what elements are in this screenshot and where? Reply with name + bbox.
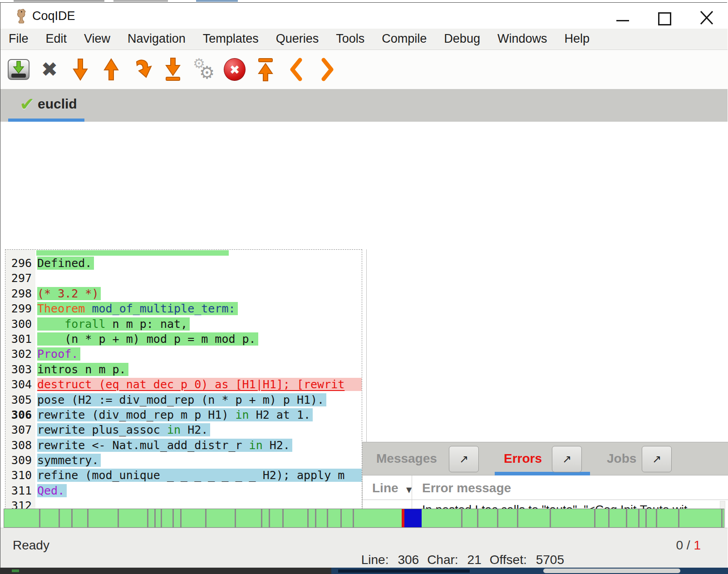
tab-messages[interactable]: Messages	[376, 451, 437, 466]
counter-prefix: 0 /	[676, 538, 690, 552]
menu-item-queries[interactable]: Queries	[276, 29, 319, 49]
window-title: CoqIDE	[32, 9, 75, 23]
line-number: 304	[5, 377, 35, 392]
menu-item-debug[interactable]: Debug	[444, 29, 480, 49]
segment-separator	[594, 509, 595, 527]
menu-item-compile[interactable]: Compile	[382, 29, 427, 49]
close-document-button x-icon[interactable]: ✖	[38, 55, 61, 84]
menu-item-navigation[interactable]: Navigation	[128, 29, 186, 49]
detach-jobs-button[interactable]: ↗	[642, 446, 672, 472]
next-button chevron-right-icon[interactable]	[315, 55, 339, 84]
menu-item-help[interactable]: Help	[564, 29, 590, 49]
code-line-304[interactable]: 304destruct (eq_nat_dec p 0) as [H1|H1];…	[5, 377, 362, 392]
char-value: 21	[467, 553, 482, 567]
code-line-300[interactable]: 300 forall n m p: nat,	[5, 317, 362, 332]
minimize-button[interactable]	[616, 20, 629, 21]
code-text: Proof.	[35, 346, 362, 361]
tab-jobs[interactable]: Jobs	[607, 451, 636, 466]
code-text: Defined.	[35, 256, 362, 271]
interrupt-button stop-icon[interactable]: ✖	[223, 55, 246, 84]
feedback-tabs-header: Messages↗Errors↗Jobs↗	[363, 442, 728, 475]
code-line-298[interactable]: 298(* 3.2 *)	[5, 286, 362, 301]
segment-separator	[477, 509, 478, 527]
code-text: symmetry.	[35, 453, 362, 468]
segment-separator	[656, 509, 657, 527]
previous-button chevron-left-icon[interactable]	[285, 55, 308, 84]
segment-separator	[645, 509, 647, 527]
line-number: 307	[5, 422, 35, 437]
line-number: 308	[5, 438, 35, 453]
segment-separator	[235, 509, 236, 527]
code-line-297[interactable]: 297	[5, 271, 362, 286]
toolbar: ✖ ⚙⚙ ✖	[0, 50, 728, 89]
code-line-302[interactable]: 302Proof.	[5, 346, 362, 361]
detach-arrow-icon: ↗	[459, 453, 468, 465]
segment-separator	[638, 509, 639, 527]
segment-separator	[59, 509, 60, 527]
segment-separator	[353, 509, 354, 527]
menu-item-file[interactable]: File	[9, 29, 29, 49]
code-text: destruct (eq_nat_dec p 0) as [H1|H1]; [r…	[35, 377, 362, 392]
preferences-button gears-icon[interactable]: ⚙⚙	[192, 55, 216, 84]
detach-arrow-icon: ↗	[562, 453, 571, 465]
line-value: 306	[398, 553, 419, 567]
close-button[interactable]	[698, 10, 715, 26]
line-label: Line:	[361, 553, 389, 567]
code-line-296[interactable]: 296Defined.	[5, 256, 362, 271]
code-line-303[interactable]: 303intros n m p.	[5, 362, 362, 377]
goals-panel	[367, 249, 728, 442]
menu-item-edit[interactable]: Edit	[46, 29, 67, 49]
menu-item-windows[interactable]: Windows	[497, 29, 547, 49]
code-line-308[interactable]: 308rewrite <- Nat.mul_add_distr_r in H2.	[5, 438, 362, 453]
maximize-button[interactable]	[658, 12, 671, 25]
background-text-fragment	[113, 0, 168, 2]
code-line-306[interactable]: 306rewrite (div_mod_rep m p H1) in H2 at…	[5, 407, 362, 422]
segment-separator	[721, 509, 723, 527]
line-number: 302	[5, 346, 35, 361]
run-to-end-button down-arrow-bar-icon[interactable]	[161, 55, 185, 84]
menu-item-view[interactable]: View	[84, 29, 110, 49]
segment-separator	[340, 509, 342, 527]
code-line-310[interactable]: 310refine (mod_unique _ _ _ _ _ _ _ H2);…	[5, 468, 362, 483]
segment-separator	[154, 509, 156, 527]
code-line-301[interactable]: 301 (n * p + m) mod p = m mod p.	[5, 332, 362, 346]
line-number: 299	[5, 301, 35, 316]
segment-separator	[71, 509, 73, 527]
segment-separator	[87, 509, 89, 527]
tab-errors[interactable]: Errors	[504, 451, 542, 466]
line-number: 300	[5, 317, 35, 332]
code-line-311[interactable]: 311Qed.	[5, 483, 362, 498]
offset-value: 5705	[536, 553, 564, 567]
segment-separator	[172, 509, 174, 527]
background-scrollbar-thumb	[543, 569, 680, 573]
restart-button up-arrow-bar-icon[interactable]	[254, 55, 277, 84]
code-line-309[interactable]: 309symmetry.	[5, 453, 362, 468]
code-line-307[interactable]: 307rewrite plus_assoc in H2.	[5, 422, 362, 437]
error-counter: 0 / 1	[676, 538, 701, 553]
code-text: rewrite (div_mod_rep m p H1) in H2 at 1.	[35, 407, 362, 422]
code-text: rewrite plus_assoc in H2.	[35, 422, 362, 437]
detach-messages-button[interactable]: ↗	[449, 446, 479, 472]
forward-one-step-button down-arrow-icon[interactable]	[69, 55, 92, 84]
line-number: 296	[5, 256, 35, 271]
code-text: forall n m p: nat,	[35, 317, 362, 332]
column-header-error-message[interactable]: Error message	[422, 481, 511, 495]
menu-item-templates[interactable]: Templates	[203, 29, 259, 49]
char-label: Char:	[427, 553, 458, 567]
active-errors-tab-underline	[495, 472, 590, 475]
code-line-299[interactable]: 299Theorem mod_of_multiple_term:	[5, 301, 362, 316]
code-text: Theorem mod_of_multiple_term:	[35, 301, 362, 316]
menu-item-tools[interactable]: Tools	[336, 29, 364, 49]
segment-separator	[205, 509, 207, 527]
go-to-cursor-button curved-arrow-icon[interactable]	[130, 55, 154, 84]
menubar: FileEditViewNavigationTemplatesQueriesTo…	[0, 29, 728, 50]
segment-separator	[626, 509, 627, 527]
segment-separator	[282, 509, 284, 527]
tabstrip: ✔ euclid	[0, 89, 728, 122]
code-line-305[interactable]: 305pose (H2 := div_mod_rep (n * p + m) p…	[5, 392, 362, 407]
sort-descending-icon[interactable]: ▼	[406, 485, 412, 494]
detach-errors-button[interactable]: ↗	[552, 446, 582, 472]
backward-one-step-button up-arrow-icon[interactable]	[99, 55, 123, 84]
save-button save-icon[interactable]	[7, 55, 30, 84]
column-header-line[interactable]: Line	[372, 481, 398, 495]
